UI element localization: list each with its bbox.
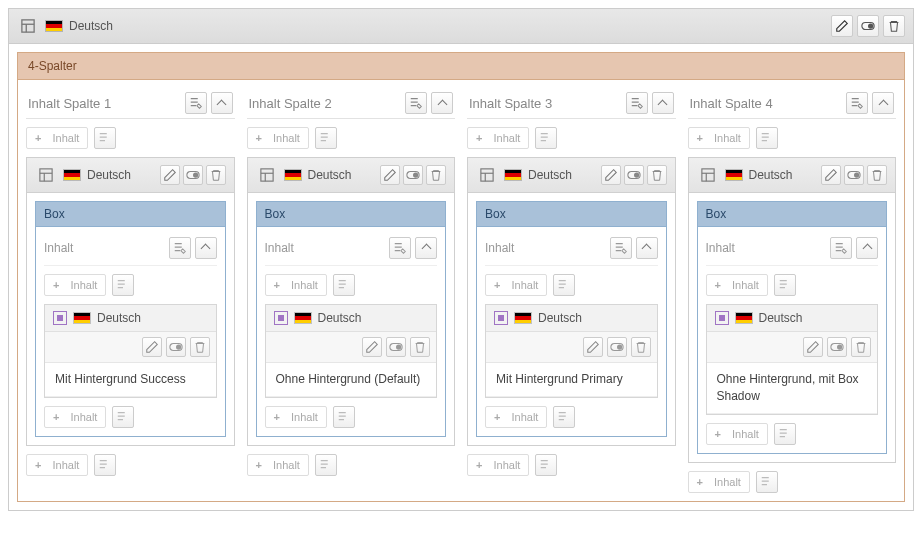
add-content-button[interactable]: + Inhalt — [26, 127, 88, 149]
column-edit-records-icon[interactable] — [185, 92, 207, 114]
paste-records-icon[interactable] — [94, 454, 116, 476]
add-content-button[interactable]: + Inhalt — [688, 127, 750, 149]
delete-button[interactable] — [426, 165, 446, 185]
box-title: Box — [256, 201, 447, 227]
add-content-button[interactable]: + Inhalt — [26, 454, 88, 476]
edit-button[interactable] — [160, 165, 180, 185]
inner-content-card: Deutsch Mit Hintergrund Success — [44, 304, 217, 398]
add-content-button[interactable]: + Inhalt — [44, 274, 106, 296]
paste-records-icon[interactable] — [535, 454, 557, 476]
box-collapse-toggle[interactable] — [856, 237, 878, 259]
add-content-button[interactable]: + Inhalt — [467, 454, 529, 476]
column-edit-records-icon[interactable] — [405, 92, 427, 114]
edit-button[interactable] — [831, 15, 853, 37]
paste-records-icon[interactable] — [756, 127, 778, 149]
paste-records-icon[interactable] — [535, 127, 557, 149]
box-body: Inhalt + Inhalt — [476, 227, 667, 437]
box-collapse-toggle[interactable] — [415, 237, 437, 259]
svg-point-16 — [413, 172, 418, 177]
delete-button[interactable] — [410, 337, 430, 357]
box-collapse-toggle[interactable] — [195, 237, 217, 259]
column-edit-records-icon[interactable] — [846, 92, 868, 114]
inner-content-language-label: Deutsch — [538, 311, 582, 325]
column-collapse-toggle[interactable] — [652, 92, 674, 114]
box-sub-label: Inhalt — [706, 241, 735, 255]
add-content-row-bottom: + Inhalt — [688, 471, 897, 493]
delete-button[interactable] — [883, 15, 905, 37]
visibility-toggle[interactable] — [166, 337, 186, 357]
column-edit-records-icon[interactable] — [626, 92, 648, 114]
svg-rect-5 — [40, 169, 52, 181]
add-content-button[interactable]: + Inhalt — [485, 274, 547, 296]
svg-point-11 — [176, 344, 181, 349]
column-header: Inhalt Spalte 3 — [467, 88, 676, 119]
inner-content-card: Deutsch Ohne Hintergrund (Default) — [265, 304, 438, 398]
paste-records-icon[interactable] — [553, 274, 575, 296]
delete-button[interactable] — [647, 165, 667, 185]
delete-button[interactable] — [631, 337, 651, 357]
box-edit-records-icon[interactable] — [830, 237, 852, 259]
inner-content-header: Deutsch — [45, 305, 216, 332]
column-collapse-toggle[interactable] — [431, 92, 453, 114]
edit-button[interactable] — [583, 337, 603, 357]
content-card-header: Deutsch — [468, 158, 675, 193]
edit-button[interactable] — [380, 165, 400, 185]
add-content-button[interactable]: + Inhalt — [706, 274, 768, 296]
edit-button[interactable] — [821, 165, 841, 185]
add-content-row-top: + Inhalt — [247, 127, 456, 149]
delete-button[interactable] — [190, 337, 210, 357]
paste-records-icon[interactable] — [756, 471, 778, 493]
paste-records-icon[interactable] — [112, 406, 134, 428]
add-content-button[interactable]: + Inhalt — [706, 423, 768, 445]
visibility-toggle[interactable] — [403, 165, 423, 185]
add-content-button[interactable]: + Inhalt — [247, 127, 309, 149]
box-edit-records-icon[interactable] — [610, 237, 632, 259]
edit-button[interactable] — [142, 337, 162, 357]
paste-records-icon[interactable] — [774, 423, 796, 445]
visibility-toggle[interactable] — [844, 165, 864, 185]
visibility-toggle[interactable] — [183, 165, 203, 185]
add-content-row-top: + Inhalt — [688, 127, 897, 149]
edit-button[interactable] — [803, 337, 823, 357]
paste-records-icon[interactable] — [94, 127, 116, 149]
svg-rect-12 — [260, 169, 272, 181]
add-content-button[interactable]: + Inhalt — [265, 274, 327, 296]
add-content-button[interactable]: + Inhalt — [265, 406, 327, 428]
layout-icon — [35, 164, 57, 186]
box-edit-records-icon[interactable] — [389, 237, 411, 259]
column-header: Inhalt Spalte 1 — [26, 88, 235, 119]
paste-records-icon[interactable] — [112, 274, 134, 296]
column-collapse-toggle[interactable] — [211, 92, 233, 114]
edit-button[interactable] — [601, 165, 621, 185]
add-content-button[interactable]: + Inhalt — [467, 127, 529, 149]
paste-records-icon[interactable] — [333, 274, 355, 296]
add-content-button[interactable]: + Inhalt — [485, 406, 547, 428]
delete-button[interactable] — [206, 165, 226, 185]
content-element-icon — [494, 311, 508, 325]
layout-icon — [17, 15, 39, 37]
column-collapse-toggle[interactable] — [872, 92, 894, 114]
visibility-toggle[interactable] — [607, 337, 627, 357]
visibility-toggle[interactable] — [827, 337, 847, 357]
paste-records-icon[interactable] — [315, 454, 337, 476]
add-content-button[interactable]: + Inhalt — [44, 406, 106, 428]
add-content-button[interactable]: + Inhalt — [247, 454, 309, 476]
delete-button[interactable] — [851, 337, 871, 357]
add-content-button[interactable]: + Inhalt — [688, 471, 750, 493]
visibility-toggle[interactable] — [624, 165, 644, 185]
paste-records-icon[interactable] — [774, 274, 796, 296]
delete-button[interactable] — [867, 165, 887, 185]
inner-content-card: Deutsch Mit Hintergrund Primary — [485, 304, 658, 398]
add-content-row-top: + Inhalt — [26, 127, 235, 149]
box-edit-records-icon[interactable] — [169, 237, 191, 259]
paste-records-icon[interactable] — [315, 127, 337, 149]
box-collapse-toggle[interactable] — [636, 237, 658, 259]
add-content-row-inner-top: + Inhalt — [706, 274, 879, 296]
paste-records-icon[interactable] — [333, 406, 355, 428]
edit-button[interactable] — [362, 337, 382, 357]
content-card-header: Deutsch — [27, 158, 234, 193]
box-sub-header: Inhalt — [706, 235, 879, 266]
visibility-toggle[interactable] — [386, 337, 406, 357]
paste-records-icon[interactable] — [553, 406, 575, 428]
visibility-toggle[interactable] — [857, 15, 879, 37]
